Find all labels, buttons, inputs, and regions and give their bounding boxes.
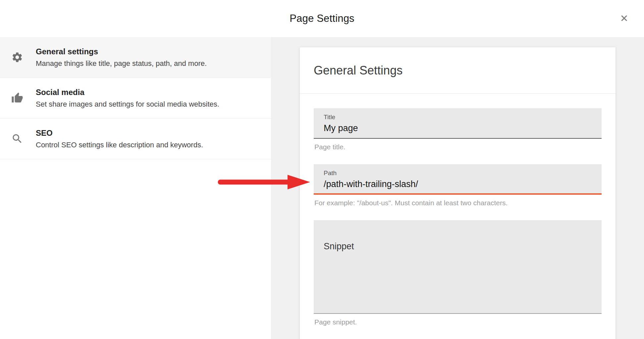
- path-field-value: /path-with-trailing-slash/: [324, 179, 592, 189]
- title-field-label: Title: [324, 114, 592, 121]
- sidebar-item-label: General settings: [36, 47, 207, 56]
- sidebar-item-general-settings[interactable]: General settings Manage things like titl…: [0, 37, 271, 78]
- sidebar-item-seo[interactable]: SEO Control SEO settings like descriptio…: [0, 119, 271, 159]
- settings-panel: General Settings Title My page Page titl…: [271, 37, 644, 339]
- title-field-hint: Page title.: [314, 143, 602, 151]
- path-field-label: Path: [324, 170, 592, 177]
- general-settings-card: General Settings Title My page Page titl…: [300, 47, 616, 339]
- snippet-field[interactable]: Snippet: [314, 220, 602, 314]
- close-button[interactable]: ✕: [616, 10, 633, 27]
- card-header: General Settings: [300, 47, 616, 94]
- sidebar-item-label: SEO: [36, 128, 203, 138]
- sidebar-item-description: Control SEO settings like description an…: [36, 141, 203, 149]
- snippet-field-label: Snippet: [324, 241, 354, 251]
- thumbs-up-icon: [11, 92, 23, 104]
- settings-sidebar: General settings Manage things like titl…: [0, 37, 271, 339]
- modal-header: Page Settings ✕: [0, 0, 644, 37]
- sidebar-item-label: Social media: [36, 88, 219, 97]
- sidebar-item-description: Manage things like title, page status, p…: [36, 59, 207, 68]
- sidebar-item-description: Set share images and settings for social…: [36, 100, 219, 109]
- panel-heading: General Settings: [314, 64, 402, 77]
- card-body: Title My page Page title. Path /path-wit…: [300, 94, 616, 326]
- path-field[interactable]: Path /path-with-trailing-slash/: [314, 164, 602, 195]
- title-field-group: Title My page Page title.: [314, 108, 602, 151]
- search-icon: [11, 133, 23, 145]
- path-field-hint: For example: "/about-us". Must contain a…: [314, 199, 602, 207]
- title-field[interactable]: Title My page: [314, 108, 602, 139]
- snippet-field-hint: Page snippet.: [314, 318, 602, 326]
- sidebar-item-social-media[interactable]: Social media Set share images and settin…: [0, 78, 271, 119]
- page-settings-modal: Page Settings ✕ General settings Manage …: [0, 0, 644, 339]
- path-field-group: Path /path-with-trailing-slash/ For exam…: [314, 164, 602, 207]
- close-icon: ✕: [620, 14, 628, 24]
- page-title: Page Settings: [0, 0, 644, 37]
- gear-icon: [11, 51, 23, 63]
- snippet-field-group: Snippet Page snippet.: [314, 220, 602, 326]
- title-field-value: My page: [324, 123, 592, 133]
